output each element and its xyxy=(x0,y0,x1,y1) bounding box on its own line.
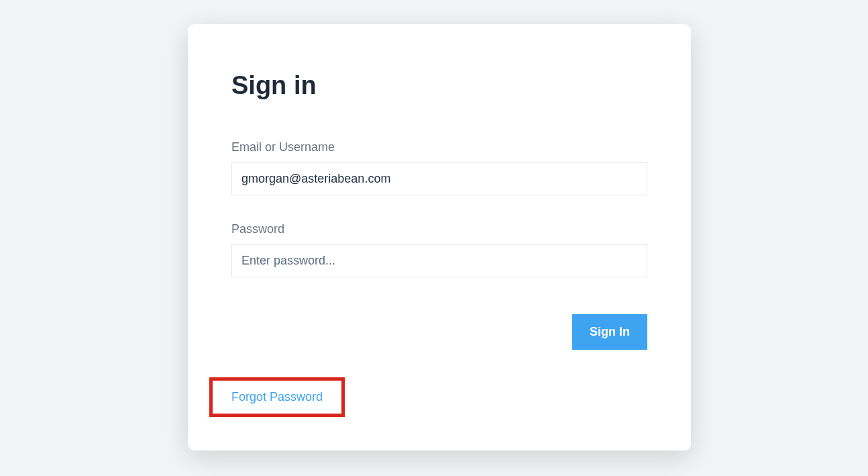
email-label: Email or Username xyxy=(231,140,647,154)
highlight-annotation: Forgot Password xyxy=(209,377,345,417)
button-row: Sign In xyxy=(231,314,647,350)
password-label: Password xyxy=(231,222,647,236)
email-field-group: Email or Username xyxy=(231,140,647,195)
password-field-group: Password xyxy=(231,222,647,277)
forgot-container: Forgot Password xyxy=(209,377,345,417)
forgot-password-link[interactable]: Forgot Password xyxy=(231,390,323,403)
password-input[interactable] xyxy=(231,244,647,277)
page-title: Sign in xyxy=(231,71,647,100)
signin-button[interactable]: Sign In xyxy=(572,314,647,350)
signin-card: Sign in Email or Username Password Sign … xyxy=(188,24,691,450)
email-input[interactable] xyxy=(231,162,647,195)
